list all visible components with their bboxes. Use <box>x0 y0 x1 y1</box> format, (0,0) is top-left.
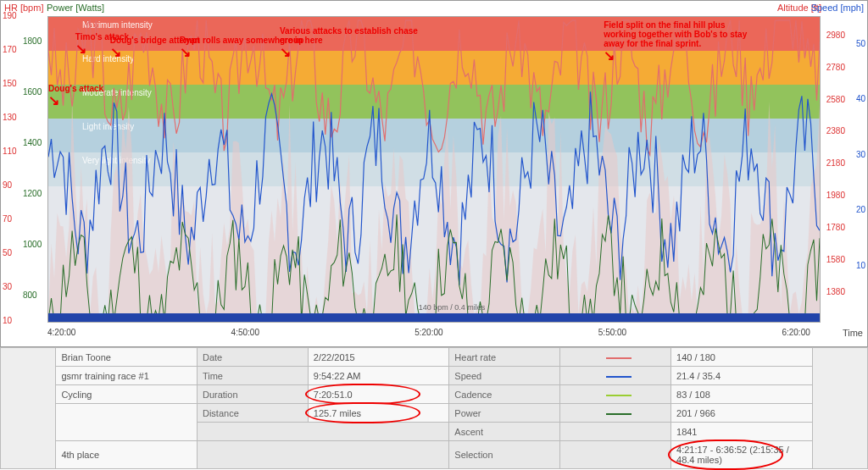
date-label: Date <box>197 348 308 367</box>
x-axis-label: Time <box>843 328 863 338</box>
duration-value: 7:20:51.0 <box>308 385 449 404</box>
cadence-legend-line <box>606 395 632 396</box>
footer-note: 140 bpm / 0.4 miles <box>419 303 486 312</box>
summary-table: Brian Toone Date 2/22/2015 Heart rate 14… <box>0 347 868 469</box>
selection-label: Selection <box>449 441 560 469</box>
power-legend-line <box>606 413 632 415</box>
power-label: Power <box>449 404 560 423</box>
selection-bar[interactable] <box>48 313 820 322</box>
distance-value: 125.7 miles <box>308 404 449 423</box>
ascent-label: Ascent <box>449 423 560 441</box>
empty-cell <box>56 404 198 441</box>
workout-chart[interactable]: HR [bpm] Power [Watts] Altitude [ft] Spe… <box>0 0 868 347</box>
speed-legend-line <box>606 376 632 378</box>
time-label: Time <box>197 367 308 385</box>
cadence-label: Cadence <box>449 385 560 404</box>
athlete-name: Brian Toone <box>56 348 198 367</box>
distance-label: Distance <box>197 404 308 423</box>
ascent-value: 1841 <box>671 423 813 441</box>
x-axis: 4:20:004:50:005:20:005:50:006:20:00 Time <box>47 323 821 346</box>
y-axis-power-label: Power [Watts] <box>47 3 104 13</box>
hr-label: Heart rate <box>449 348 560 367</box>
hr-value: 140 / 180 <box>671 348 813 367</box>
y-axis-speed-label: Speed [mph] <box>811 3 864 13</box>
hr-legend-line <box>606 357 632 359</box>
power-value: 201 / 966 <box>671 404 813 423</box>
date-value: 2/22/2015 <box>308 348 449 367</box>
speed-label: Speed <box>449 367 560 385</box>
time-value: 9:54:22 AM <box>308 367 449 385</box>
event-name: gsmr training race #1 <box>56 367 198 385</box>
duration-label: Duration <box>197 385 308 404</box>
result: 4th place <box>56 441 198 469</box>
plot-area[interactable]: Maximum intensityHard intensityModerate … <box>47 16 821 323</box>
sport-name: Cycling <box>56 385 198 404</box>
speed-value: 21.4 / 35.4 <box>671 367 813 385</box>
selection-value: 4:21:17 - 6:36:52 (2:15:35 / 48.4 miles) <box>671 441 813 469</box>
cadence-value: 83 / 108 <box>671 385 813 404</box>
